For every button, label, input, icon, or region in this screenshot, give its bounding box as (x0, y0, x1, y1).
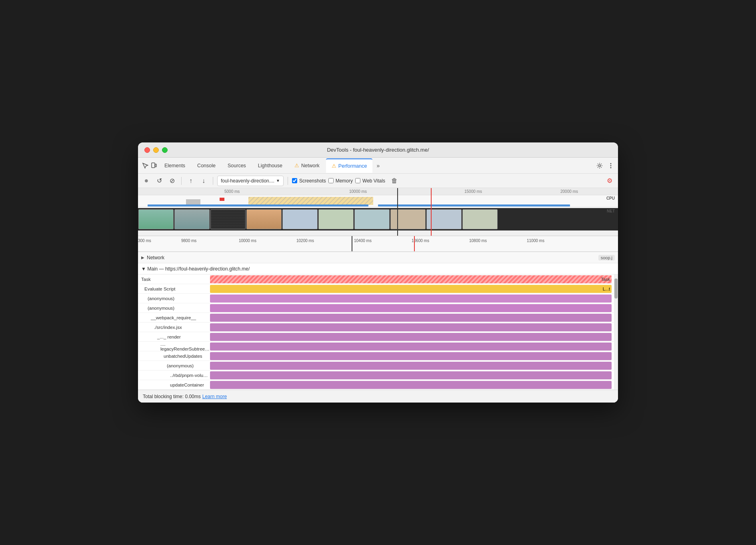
net-bar-blue2 (378, 204, 570, 206)
overview-timeline: 5000 ms 10000 ms 15000 ms 20000 ms CPU (138, 188, 618, 236)
anon3-bar[interactable] (210, 362, 612, 370)
zoomed-timeline[interactable]: 300 ms 9800 ms 10000 ms 10200 ms 10400 m… (138, 236, 618, 252)
tab-sources-label: Sources (228, 163, 246, 168)
flame-row-evaluate-script[interactable]: Evaluate Script L...t (138, 284, 618, 294)
flame-row-render[interactable]: _..._ render (138, 332, 618, 342)
ruler-tick-10000: 10000 ms (349, 189, 367, 194)
screenshot-thumb-1 (138, 209, 174, 229)
flame-row-anon3[interactable]: (anonymous) (138, 361, 618, 371)
unbatched-bar[interactable] (210, 352, 612, 360)
tab-lighthouse[interactable]: Lighthouse (252, 158, 288, 173)
scrollbar[interactable] (614, 275, 618, 390)
reload-button[interactable]: ↺ (154, 176, 164, 186)
updatecontainer-bar[interactable] (210, 381, 612, 389)
ruler-tick-20000: 20000 ms (560, 189, 578, 194)
toolbar-divider-3 (288, 177, 288, 185)
flame-row-anon2[interactable]: (anonymous) (138, 303, 618, 313)
zoomed-cursor-dark (352, 236, 352, 251)
tab-network-label: Network (301, 163, 320, 168)
maximize-button[interactable] (162, 147, 168, 153)
url-select-chevron: ▼ (276, 178, 280, 183)
screenshots-checkbox-group[interactable]: Screenshots (292, 178, 326, 184)
upload-button[interactable]: ↑ (186, 176, 196, 186)
tab-bar-right (596, 162, 615, 170)
screenshots-label: Screenshots (299, 178, 326, 184)
gear-icon[interactable] (596, 162, 604, 170)
scrollbar-thumb[interactable] (614, 279, 618, 299)
svg-point-4 (610, 165, 612, 166)
record-button[interactable]: ● (141, 176, 152, 186)
zoomed-tick-9800: 9800 ms (181, 238, 196, 243)
memory-checkbox[interactable] (328, 178, 334, 183)
traffic-lights (144, 147, 168, 153)
tab-console[interactable]: Console (192, 158, 221, 173)
flame-rows: Task Task Evaluate Script L...t (138, 275, 618, 390)
legacy-bar[interactable] (210, 343, 612, 351)
tab-sources[interactable]: Sources (222, 158, 252, 173)
minimize-button[interactable] (153, 147, 159, 153)
clear-button[interactable]: 🗑 (389, 176, 400, 186)
toolbar-divider-2 (213, 177, 213, 185)
tab-elements-label: Elements (164, 163, 185, 168)
tab-more[interactable]: » (373, 162, 383, 169)
web-vitals-checkbox[interactable] (355, 178, 360, 183)
render-bar[interactable] (210, 333, 612, 341)
legacy-label: .... legacyRenderSubtreeIntoContainer (138, 342, 210, 351)
cancel-button[interactable]: ⊘ (167, 176, 177, 186)
rbd-bar[interactable] (210, 371, 612, 379)
task-bar[interactable]: Task (210, 275, 612, 283)
ruler-tick-5000: 5000 ms (224, 189, 240, 194)
network-warning-icon: ⚠ (294, 162, 299, 168)
screenshot-thumb-2 (174, 209, 210, 229)
net-label: NET (607, 209, 615, 213)
status-text: Total blocking time: 0.00ms (143, 394, 201, 399)
learn-more-link[interactable]: Learn more (202, 394, 227, 399)
flame-row-updatecontainer[interactable]: updateContainer (138, 380, 618, 390)
download-button[interactable]: ↓ (198, 176, 209, 186)
net-bar-blue (148, 204, 368, 206)
flame-row-indexjsx[interactable]: ./src/index.jsx (138, 323, 618, 332)
webpack-bar[interactable] (210, 314, 612, 322)
svg-rect-7 (220, 198, 224, 201)
devtools-window: DevTools - foul-heavenly-direction.glitc… (138, 142, 618, 403)
network-section-row[interactable]: ▶ Network soop.j (138, 252, 618, 263)
anon1-bar[interactable] (210, 295, 612, 303)
main-thread-header: ▼ Main — https://foul-heavenly-direction… (138, 263, 618, 275)
url-select[interactable]: foul-heavenly-direction.... ▼ (217, 176, 284, 186)
evaluate-script-bar[interactable]: L...t (210, 285, 612, 293)
svg-rect-0 (152, 163, 155, 168)
screenshots-checkbox[interactable] (292, 178, 297, 183)
device-icon[interactable] (150, 162, 158, 170)
zoomed-tick-10800: 10800 ms (469, 238, 487, 243)
flame-row-webpack[interactable]: __webpack_require__ (138, 313, 618, 323)
anon1-label: (anonymous) (148, 296, 174, 301)
flame-row-task[interactable]: Task Task (138, 275, 618, 284)
flame-row-rbd[interactable]: ../rbd/pnpm-volume/28d7f85f-31d7-4fd8-ab… (138, 371, 618, 380)
anon2-bar[interactable] (210, 304, 612, 312)
performance-warning-icon: ⚠ (332, 163, 336, 169)
zoomed-tick-11000: 11000 ms (527, 238, 544, 243)
tab-lighthouse-label: Lighthouse (258, 163, 282, 168)
close-button[interactable] (144, 147, 150, 153)
webpack-label: __webpack_require__ (138, 315, 210, 320)
flame-row-anon1[interactable]: (anonymous) (138, 294, 618, 303)
cursor-icon[interactable] (141, 162, 149, 170)
flame-row-legacy[interactable]: .... legacyRenderSubtreeIntoContainer (138, 342, 618, 351)
memory-checkbox-group[interactable]: Memory (328, 178, 353, 184)
indexjsx-bar[interactable] (210, 323, 612, 331)
screenshot-thumb-8 (390, 209, 426, 229)
url-select-value: foul-heavenly-direction.... (221, 178, 274, 184)
svg-rect-9 (248, 197, 373, 205)
tab-elements[interactable]: Elements (159, 158, 191, 173)
web-vitals-checkbox-group[interactable]: Web Vitals (355, 178, 385, 184)
unbatched-label: unbatchedUpdates (138, 354, 210, 359)
web-vitals-label: Web Vitals (362, 178, 385, 184)
tab-performance[interactable]: ⚠ Performance (326, 158, 373, 173)
kebab-icon[interactable] (607, 162, 615, 170)
settings-button[interactable]: ⚙ (604, 176, 615, 186)
ruler-tick-15000: 15000 ms (464, 189, 482, 194)
zoomed-tick-10200: 10200 ms (296, 238, 314, 243)
main-thread-label: ▼ Main — https://foul-heavenly-direction… (141, 266, 250, 272)
flame-row-unbatched[interactable]: unbatchedUpdates (138, 351, 618, 361)
tab-network[interactable]: ⚠ Network (289, 158, 325, 173)
